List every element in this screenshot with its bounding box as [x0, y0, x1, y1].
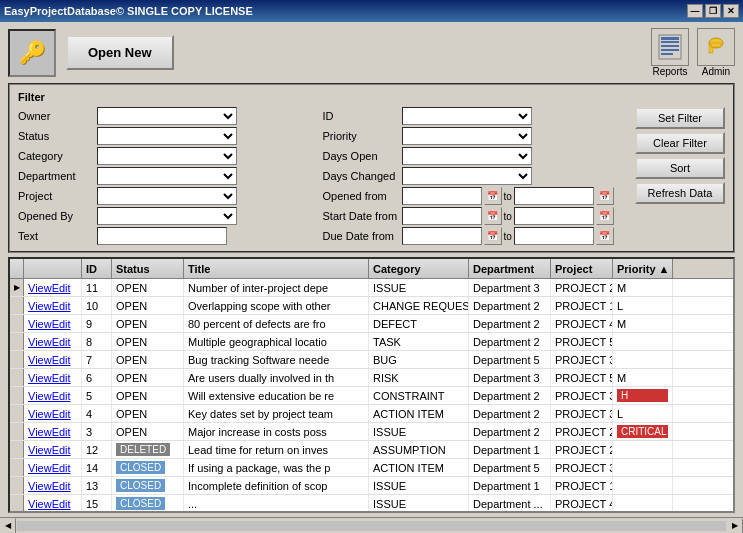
viewedit-link[interactable]: ViewEdit — [28, 354, 71, 366]
status-cell: OPEN — [112, 351, 184, 368]
viewedit-link[interactable]: ViewEdit — [28, 498, 71, 510]
department-cell: Department 2 — [469, 423, 551, 440]
filter-department-select[interactable] — [97, 167, 237, 185]
viewedit-link[interactable]: ViewEdit — [28, 480, 71, 492]
viewedit-link[interactable]: ViewEdit — [28, 318, 71, 330]
filter-openedfrom-from-cal[interactable]: 📅 — [484, 187, 502, 205]
viewedit-link[interactable]: ViewEdit — [28, 462, 71, 474]
filter-openedfrom-to[interactable] — [514, 187, 594, 205]
filter-daysopen-row: Days Open — [323, 147, 620, 165]
header-viewedit[interactable] — [24, 259, 82, 278]
department-cell: Department 2 — [469, 315, 551, 332]
toolbar-right: Reports Admin — [651, 28, 735, 77]
refresh-data-button[interactable]: Refresh Data — [635, 182, 725, 204]
filter-duedate-dates: 📅 to 📅 — [402, 227, 614, 245]
priority-cell: M — [613, 279, 673, 296]
filter-openedfrom-from[interactable] — [402, 187, 482, 205]
filter-startdate-to[interactable] — [514, 207, 594, 225]
viewedit-cell: ViewEdit — [24, 333, 82, 350]
filter-duedate-from[interactable] — [402, 227, 482, 245]
title-cell: Number of inter-project depe — [184, 279, 369, 296]
header-priority[interactable]: Priority ▲ — [613, 259, 673, 278]
header-department[interactable]: Department — [469, 259, 551, 278]
viewedit-link[interactable]: ViewEdit — [28, 408, 71, 420]
id-cell: 8 — [82, 333, 112, 350]
header-id[interactable]: ID — [82, 259, 112, 278]
priority-cell: M — [613, 369, 673, 386]
id-cell: 9 — [82, 315, 112, 332]
department-cell: Department 3 — [469, 279, 551, 296]
minimize-button[interactable]: — — [687, 4, 703, 18]
filter-owner-select[interactable] — [97, 107, 237, 125]
toolbar: 🔑 Open New Reports — [0, 22, 743, 83]
header-project[interactable]: Project — [551, 259, 613, 278]
department-cell: Department 2 — [469, 387, 551, 404]
viewedit-link[interactable]: ViewEdit — [28, 372, 71, 384]
header-category[interactable]: Category — [369, 259, 469, 278]
filter-text-input[interactable] — [97, 227, 227, 245]
project-cell: PROJECT 1 — [551, 477, 613, 494]
scroll-right-button[interactable]: ▶ — [727, 518, 743, 534]
viewedit-link[interactable]: ViewEdit — [28, 282, 71, 294]
filter-openedby-select[interactable] — [97, 207, 237, 225]
filter-category-select[interactable] — [97, 147, 237, 165]
logo-icon: 🔑 — [8, 29, 56, 77]
filter-openedby-label: Opened By — [18, 210, 93, 222]
status-cell: CLOSED — [112, 495, 184, 511]
admin-button[interactable]: Admin — [697, 28, 735, 77]
status-cell: DELETED — [112, 441, 184, 458]
row-indicator — [10, 315, 24, 332]
filter-status-select[interactable] — [97, 127, 237, 145]
svg-rect-3 — [661, 45, 679, 47]
category-cell: RISK — [369, 369, 469, 386]
sort-button[interactable]: Sort — [635, 157, 725, 179]
filter-startdate-to-cal[interactable]: 📅 — [596, 207, 614, 225]
table-row: ViewEdit8OPENMultiple geographical locat… — [10, 333, 733, 351]
filter-startdate-from[interactable] — [402, 207, 482, 225]
filter-id-row: ID — [323, 107, 620, 125]
table-row: ViewEdit5OPENWill extensive education be… — [10, 387, 733, 405]
status-cell: OPEN — [112, 405, 184, 422]
open-new-button[interactable]: Open New — [66, 35, 174, 70]
title-cell: Bug tracking Software neede — [184, 351, 369, 368]
bottom-scrollbar[interactable]: ◀ ▶ — [0, 517, 743, 533]
reports-button[interactable]: Reports — [651, 28, 689, 77]
filter-dayschanged-select[interactable] — [402, 167, 532, 185]
header-status[interactable]: Status — [112, 259, 184, 278]
filter-duedate-from-cal[interactable]: 📅 — [484, 227, 502, 245]
clear-filter-button[interactable]: Clear Filter — [635, 132, 725, 154]
priority-cell — [613, 495, 673, 511]
viewedit-link[interactable]: ViewEdit — [28, 336, 71, 348]
priority-cell: M — [613, 315, 673, 332]
filter-startdate-from-cal[interactable]: 📅 — [484, 207, 502, 225]
set-filter-button[interactable]: Set Filter — [635, 107, 725, 129]
row-indicator — [10, 423, 24, 440]
filter-project-select[interactable] — [97, 187, 237, 205]
priority-cell — [613, 333, 673, 350]
header-title[interactable]: Title — [184, 259, 369, 278]
filter-duedate-to-cal[interactable]: 📅 — [596, 227, 614, 245]
filter-right: ID Priority Days Open Days Changed Opene… — [323, 107, 620, 245]
filter-id-select[interactable] — [402, 107, 532, 125]
scroll-track[interactable] — [17, 521, 726, 531]
table-row: ViewEdit4OPENKey dates set by project te… — [10, 405, 733, 423]
department-cell: Department 1 — [469, 477, 551, 494]
row-indicator — [10, 405, 24, 422]
category-cell: ISSUE — [369, 423, 469, 440]
filter-priority-select[interactable] — [402, 127, 532, 145]
viewedit-link[interactable]: ViewEdit — [28, 444, 71, 456]
viewedit-link[interactable]: ViewEdit — [28, 390, 71, 402]
scroll-left-button[interactable]: ◀ — [0, 518, 16, 534]
filter-openedfrom-to-cal[interactable]: 📅 — [596, 187, 614, 205]
filter-daysopen-select[interactable] — [402, 147, 532, 165]
filter-openedfrom-dates: 📅 to 📅 — [402, 187, 614, 205]
close-button[interactable]: ✕ — [723, 4, 739, 18]
department-cell: Department 5 — [469, 351, 551, 368]
restore-button[interactable]: ❐ — [705, 4, 721, 18]
title-cell: Overlapping scope with other — [184, 297, 369, 314]
filter-duedate-to[interactable] — [514, 227, 594, 245]
filter-startdate-label: Start Date from — [323, 210, 398, 222]
project-cell: PROJECT 4 — [551, 495, 613, 511]
viewedit-link[interactable]: ViewEdit — [28, 426, 71, 438]
viewedit-link[interactable]: ViewEdit — [28, 300, 71, 312]
